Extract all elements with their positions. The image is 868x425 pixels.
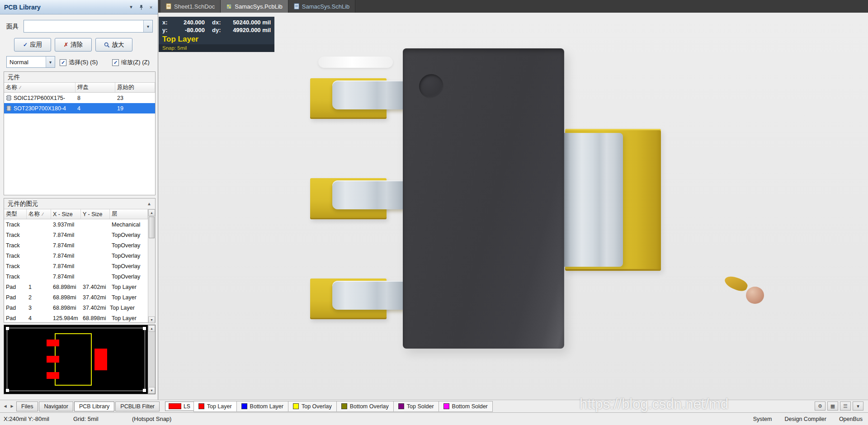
components-column-headers: 名称 ∕ 焊盘 原始的 — [4, 83, 155, 93]
hud-active-layer: Top Layer — [159, 34, 274, 44]
preview-pad-1 — [47, 340, 59, 346]
preview-pad-3 — [47, 372, 59, 379]
panel-tab-pcblib-filter[interactable]: PCBLIB Filter — [115, 401, 160, 411]
clear-button[interactable]: ✗ 清除 — [55, 38, 92, 52]
column-header-type[interactable]: 类型 — [4, 209, 27, 219]
design-compiler-panels-button[interactable]: Design Compiler — [784, 416, 826, 422]
preview-scrollbar[interactable]: ▲ ▼ — [148, 325, 155, 394]
hud-dx-label: dx: — [212, 19, 226, 26]
primitive-row[interactable]: Track7.874milTopOverlay — [4, 250, 148, 261]
select-mask-label: 选择(S) (S) — [69, 58, 98, 66]
mask-combobox[interactable]: ▾ — [24, 20, 153, 33]
nav-widget-cone[interactable] — [723, 274, 749, 294]
more-options-button[interactable]: ▾ — [853, 401, 863, 411]
column-header-name[interactable]: 名称 ∕ — [27, 209, 51, 219]
hud-dy-value: 49920.000 mil — [226, 26, 271, 34]
scroll-up-icon[interactable]: ▲ — [148, 209, 155, 216]
column-header-x-size[interactable]: X - Size — [51, 209, 81, 219]
layer-tab-bottom-layer[interactable]: Bottom Layer — [236, 401, 288, 412]
primitive-row[interactable]: Track7.874milTopOverlay — [4, 230, 148, 240]
chevron-down-icon[interactable]: ▾ — [46, 57, 55, 67]
primitive-row[interactable]: Pad4125.984m68.898miTop Layer — [4, 313, 148, 323]
layer-tab-top-layer[interactable]: Top Layer — [193, 401, 237, 412]
preview-canvas[interactable] — [4, 325, 148, 394]
view-mode-select[interactable]: Normal ▾ — [6, 56, 55, 68]
zoom-mask-checkbox[interactable]: ✓ 缩放(Z) (Z) — [112, 58, 150, 66]
column-header-y-size[interactable]: Y - Size — [81, 209, 110, 219]
scroll-up-icon[interactable]: ▲ — [148, 325, 155, 332]
grid-setting: Grid: 5mil — [73, 416, 99, 422]
zoom-mask-label: 缩放(Z) (Z) — [121, 58, 150, 66]
panel-titlebar: PCB Library ▾ × — [0, 0, 158, 14]
primitive-row[interactable]: Track7.874milTopOverlay — [4, 271, 148, 282]
collapse-icon[interactable]: ▲ — [147, 198, 151, 209]
column-header-layer[interactable]: 层 — [110, 209, 148, 219]
silkscreen-3d-mark — [318, 57, 393, 68]
primitive-row[interactable]: Pad168.898mi37.402miTop Layer — [4, 282, 148, 292]
lead-3 — [332, 281, 405, 310]
hud-y-value: -80.000 — [172, 26, 205, 34]
nav-widget-sphere[interactable] — [746, 287, 764, 304]
grid-options-button[interactable]: ▦ — [827, 401, 838, 411]
primitive-row[interactable]: Track7.874milTopOverlay — [4, 261, 148, 271]
layer-color-swatch — [341, 403, 347, 409]
panel-tab-files[interactable]: Files — [16, 401, 38, 411]
layer-color-swatch — [241, 403, 247, 409]
current-layer-swatch — [169, 403, 181, 409]
component-row-selected[interactable]: SOT230P700X180-4 4 19 — [4, 103, 155, 113]
primitive-row[interactable]: Pad368.898mi37.402miTop Layer — [4, 302, 148, 313]
checkbox-check-icon: ✓ — [112, 59, 119, 66]
panel-pin-button[interactable] — [137, 3, 145, 11]
primitive-row[interactable]: Track7.874milTopOverlay — [4, 240, 148, 250]
tabs-scroll-left-button[interactable]: ◀ — [2, 402, 9, 411]
panel-close-button[interactable]: × — [147, 3, 155, 11]
chevron-down-icon: ▾ — [857, 403, 859, 409]
scrollbar-thumb[interactable] — [149, 217, 155, 238]
snap-mode: (Hotspot Snap) — [132, 416, 171, 422]
panel-tab-pcb-library[interactable]: PCB Library — [74, 401, 114, 411]
chevron-down-icon[interactable]: ▾ — [143, 20, 152, 32]
layer-color-swatch — [198, 403, 204, 409]
pin-icon — [139, 5, 144, 10]
view-options-button[interactable]: ☰ — [840, 401, 851, 411]
settings-button[interactable]: ⚙ — [815, 401, 826, 411]
scroll-down-icon[interactable]: ▼ — [148, 387, 155, 394]
apply-button[interactable]: ✓ 应用 — [14, 38, 51, 52]
primitives-scrollbar[interactable]: ▲ ▼ — [148, 209, 155, 323]
openbus-panels-button[interactable]: OpenBus — [839, 416, 863, 422]
column-header-pads[interactable]: 焊盘 — [75, 83, 115, 92]
column-header-name[interactable]: 名称 ∕ — [4, 83, 75, 92]
component-row[interactable]: SOIC127P600X175- 8 23 — [4, 93, 155, 103]
layer-tab-top-solder[interactable]: Top Solder — [393, 401, 439, 412]
layer-tab-bottom-solder[interactable]: Bottom Solder — [439, 401, 493, 412]
status-bar: X:240mil Y:-80mil Grid: 5mil (Hotspot Sn… — [0, 412, 868, 425]
tab-samacsys-schlib[interactable]: SamacSys.SchLib — [288, 0, 356, 13]
pcb-3d-viewport[interactable]: x: 240.000 dx: 50240.000 mil y: -80.000 … — [158, 13, 868, 400]
primitive-row[interactable]: Track3.937milMechanical — [4, 219, 148, 230]
footprint-preview[interactable]: ▲ ▼ — [4, 325, 156, 394]
menu-icon: ☰ — [843, 403, 848, 409]
preview-corner — [143, 389, 146, 392]
tabs-scroll-right-button[interactable]: ▶ — [9, 402, 15, 411]
hud-x-value: 240.000 — [172, 19, 205, 26]
system-panels-button[interactable]: System — [753, 416, 772, 422]
footprint-icon — [6, 105, 12, 111]
layer-tab-top-overlay[interactable]: Top Overlay — [288, 401, 337, 412]
tab-samacsys-pcblib[interactable]: SamacSys.PcbLib — [221, 0, 288, 13]
altium-pcb-library-window: PCB Library ▾ × 面具 ▾ ✓ 应用 ✗ 清除 放大 — [0, 0, 868, 425]
primitives-column-headers: 类型 名称 ∕ X - Size Y - Size 层 — [4, 209, 148, 219]
select-mask-checkbox[interactable]: ✓ 选择(S) (S) — [60, 58, 98, 66]
view-mode-value: Normal — [7, 59, 46, 66]
panel-menu-button[interactable]: ▾ — [127, 3, 135, 11]
primitive-row[interactable]: Pad268.898mi37.402miTop Layer — [4, 292, 148, 302]
layer-sets-button[interactable]: LS — [165, 401, 194, 411]
panel-title: PCB Library — [4, 4, 125, 11]
schlib-icon — [294, 3, 299, 9]
tab-sheet1-schdoc[interactable]: Sheet1.SchDoc — [160, 0, 221, 13]
column-header-primitives[interactable]: 原始的 — [115, 83, 155, 92]
layer-tab-bottom-overlay[interactable]: Bottom Overlay — [336, 401, 394, 412]
magnify-button[interactable]: 放大 — [95, 38, 132, 52]
scroll-down-icon[interactable]: ▼ — [148, 316, 155, 323]
panel-tab-navigator[interactable]: Navigator — [39, 401, 73, 411]
sort-indicator-icon: ∕ — [20, 85, 21, 90]
